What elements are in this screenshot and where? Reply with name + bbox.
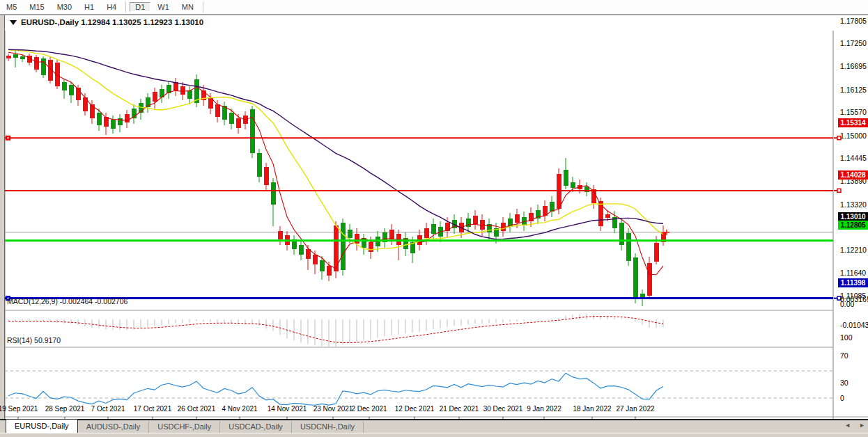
candle-body	[327, 266, 332, 276]
candle-body	[396, 234, 401, 245]
date-axis-label: 12 Dec 2021	[395, 405, 435, 413]
date-axis-label: 21 Dec 2021	[440, 405, 479, 413]
ma-slow-line	[8, 49, 663, 239]
tab-eurusddaily[interactable]: EURUSD-,Daily	[6, 419, 78, 433]
candle-body	[250, 109, 255, 153]
mt4-window: M5M15M30H1H4D1W1MN EURUSD-,Daily 1.12984…	[0, 0, 868, 437]
candle-body	[515, 214, 520, 223]
status-bar	[0, 433, 868, 437]
chart-title-text: EURUSD-,Daily 1.12984 1.13025 1.12923 1.…	[21, 18, 203, 26]
price-axis-label: 1.15570	[840, 108, 867, 116]
candle-body	[34, 57, 39, 70]
rsi-axis-label: 0	[840, 394, 844, 402]
date-axis-label: 19 Sep 2021	[0, 405, 38, 413]
macd-axis-label: 0.00	[840, 300, 854, 308]
price-axis-label: 1.11640	[840, 269, 866, 277]
timeframe-H1[interactable]: H1	[79, 2, 100, 12]
candle-body	[564, 170, 568, 186]
candle-body	[480, 220, 485, 230]
candle-body	[236, 118, 241, 128]
candle-body	[654, 243, 659, 262]
candle-body	[41, 58, 46, 75]
line-anchor-right	[837, 189, 841, 192]
rsi-axis-label: 30	[840, 379, 848, 387]
candle-body	[257, 153, 262, 177]
candle-body	[389, 230, 394, 239]
price-badge-1.13010: 1.13010	[838, 212, 868, 221]
price-badge-1.14028: 1.14028	[838, 170, 868, 180]
candle-body	[473, 216, 478, 224]
price-axis-label: 1.12210	[840, 246, 867, 254]
candle-body	[348, 230, 352, 238]
candle-body	[125, 114, 130, 122]
date-axis-label: 9 Jan 2022	[527, 405, 561, 413]
macd-label: MACD(12,26,9) -0.002464 -0.002706	[7, 297, 127, 305]
candle-body	[647, 263, 652, 296]
macd-axis-label: -0.010433	[840, 321, 868, 329]
timeframe-toolbar: M5M15M30H1H4D1W1MN	[0, 0, 868, 15]
candle-body	[369, 242, 373, 252]
candle-body	[571, 182, 575, 188]
date-axis-label: 2 Dec 2021	[351, 405, 387, 413]
timeframe-MN[interactable]: MN	[176, 2, 199, 12]
tabs-scroll-right-icon[interactable]: ►	[859, 422, 865, 429]
window-left-edge	[0, 15, 5, 420]
date-axis-label: 23 Nov 2021	[313, 405, 353, 413]
timeframe-M30[interactable]: M30	[52, 2, 77, 12]
date-axis-label: 30 Dec 2021	[483, 405, 523, 413]
candle-body	[20, 56, 25, 59]
tab-usdcnhdaily[interactable]: USDCNH-,Daily	[292, 421, 364, 433]
date-axis-label: 28 Sep 2021	[45, 405, 85, 413]
candle-body	[62, 82, 67, 90]
toolbar-separator	[203, 1, 203, 13]
tab-usdcaddaily[interactable]: USDCAD-,Daily	[220, 421, 292, 433]
chevron-down-icon[interactable]	[10, 20, 17, 25]
price-axis-label: 1.13320	[840, 200, 867, 209]
rsi-line	[8, 373, 663, 405]
date-axis-label: 17 Oct 2021	[134, 405, 171, 413]
date-axis-label: 27 Jan 2022	[616, 405, 654, 413]
timeframe-M5[interactable]: M5	[1, 2, 22, 12]
date-axis-label: 18 Jan 2022	[573, 405, 611, 413]
candle-body	[111, 120, 116, 129]
candle-body	[557, 174, 561, 209]
candle-body	[271, 182, 276, 205]
timeframe-M15[interactable]: M15	[24, 2, 49, 12]
rsi-label: RSI(14) 50.9170	[7, 336, 61, 344]
candle-body	[626, 233, 631, 261]
candle-body	[180, 86, 185, 95]
timeframe-D1[interactable]: D1	[130, 2, 150, 12]
price-axis-label: 1.17250	[840, 39, 867, 47]
candle-body	[313, 255, 318, 264]
price-axis-label: 1.15000	[840, 132, 867, 140]
price-axis-label: 1.17805	[840, 17, 867, 25]
chart-title: EURUSD-,Daily 1.12984 1.13025 1.12923 1.…	[10, 18, 203, 26]
timeframe-W1[interactable]: W1	[152, 2, 175, 12]
rsi-axis-label: 100	[840, 333, 853, 342]
chart-canvas[interactable]: EURUSD-,Daily 1.12984 1.13025 1.12923 1.…	[0, 15, 868, 420]
price-axis-label: 1.16695	[840, 62, 867, 70]
tabs-scroll-left-icon[interactable]: ◄	[844, 422, 851, 429]
candle-body	[13, 54, 18, 58]
price-chart[interactable]	[0, 31, 868, 437]
candle-body	[215, 104, 220, 117]
tab-usdchfdaily[interactable]: USDCHF-,Daily	[149, 421, 220, 433]
candle-body	[69, 85, 74, 95]
price-badge-1.12805: 1.12805	[838, 221, 868, 230]
candle-body	[306, 249, 311, 259]
candle-body	[153, 92, 157, 102]
candle-body	[633, 257, 638, 298]
candle-body	[424, 228, 429, 238]
chart-tabs-bar: EURUSD-,DailyAUDUSD-,DailyUSDCHF-,DailyU…	[0, 420, 868, 433]
date-axis-label: 26 Oct 2021	[178, 405, 215, 413]
candle-body	[187, 90, 192, 99]
candle-body	[320, 260, 325, 271]
toolbar-separator	[125, 1, 126, 13]
tab-audusddaily[interactable]: AUDUSD-,Daily	[78, 421, 150, 433]
candle-body	[431, 224, 436, 234]
price-badge-1.11398: 1.11398	[838, 278, 868, 287]
price-axis-label: 1.14445	[840, 154, 867, 162]
timeframe-H4[interactable]: H4	[101, 2, 122, 12]
candle-body	[605, 214, 610, 218]
candle-body	[6, 56, 11, 58]
